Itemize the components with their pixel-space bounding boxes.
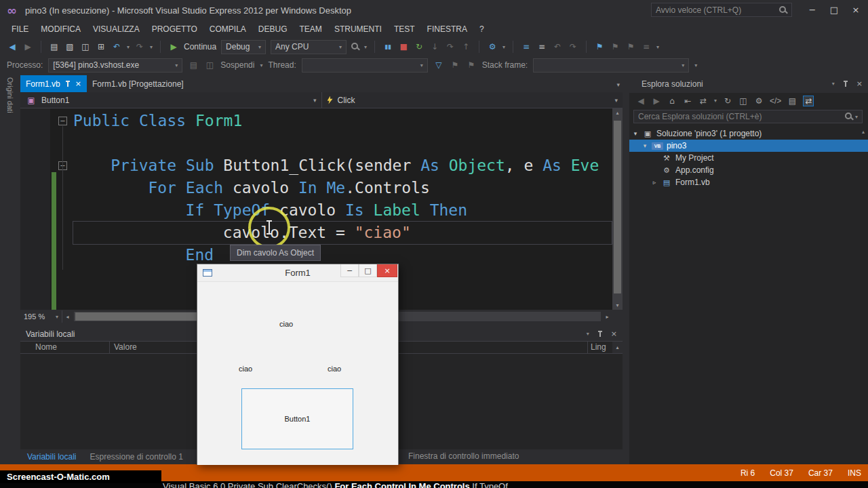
fold-toggle-icon[interactable]: − xyxy=(58,117,67,125)
minimize-button[interactable]: − xyxy=(802,0,823,19)
code-line-4[interactable]: For Each cavolo In Me.Controls xyxy=(73,177,612,199)
flag-current-icon[interactable]: ⚑ xyxy=(466,60,477,70)
step-into-icon[interactable]: ↓ xyxy=(429,42,440,52)
tab-form1-vb[interactable]: Form1.vb × xyxy=(20,75,87,92)
code-line-2[interactable] xyxy=(73,132,612,155)
scroll-up-icon[interactable]: ▴ xyxy=(612,110,623,116)
menu-team[interactable]: TEAM xyxy=(294,20,328,38)
refresh-icon[interactable]: ↻ xyxy=(723,96,732,106)
toolbar-overflow-icon[interactable]: ▾ xyxy=(656,44,659,50)
back-icon[interactable]: ◀ xyxy=(636,96,646,106)
form-minimize-button[interactable]: − xyxy=(340,264,359,277)
tree-item-soluzione-pino3-1-progetto-[interactable]: ▾▣Soluzione 'pino3' (1 progetto) xyxy=(629,127,868,140)
panel-tab-variabili-locali[interactable]: Variabili locali xyxy=(20,452,83,462)
chevron-down-icon[interactable]: ▾ xyxy=(642,142,648,149)
close-icon[interactable]: × xyxy=(856,79,863,88)
redo-icon[interactable]: ↷ xyxy=(134,42,145,52)
suspend-dropdown-icon[interactable]: ▾ xyxy=(260,62,262,68)
form1-title-bar[interactable]: Form1 − □ × xyxy=(197,264,398,282)
editor-vertical-scrollbar[interactable]: ▴ ▾ xyxy=(612,108,623,310)
new-file-icon[interactable]: ▤ xyxy=(49,42,60,52)
menu-visualizza[interactable]: VISUALIZZA xyxy=(87,20,146,38)
close-button[interactable]: × xyxy=(845,0,867,19)
chevron-down-icon[interactable]: ▾ xyxy=(855,114,858,120)
tree-item-my-project[interactable]: ⚒My Project xyxy=(629,152,868,164)
scroll-right-icon[interactable]: ▸ xyxy=(602,314,612,320)
redo-dropdown-icon[interactable]: ▾ xyxy=(150,44,153,50)
window-position-icon[interactable]: ▾ xyxy=(832,81,835,87)
suspend-button[interactable]: Sospendi xyxy=(220,60,254,70)
button1[interactable]: Button1 xyxy=(241,388,353,449)
find-icon[interactable] xyxy=(351,43,359,51)
output-list-icon[interactable]: ≡ xyxy=(536,42,547,52)
next-bookmark-icon[interactable]: ⚑ xyxy=(625,42,636,52)
undo-dropdown-icon[interactable]: ▾ xyxy=(127,44,130,50)
sync-icon[interactable]: ⇄ xyxy=(698,96,708,106)
show-all-files-icon[interactable]: ◫ xyxy=(738,96,748,106)
window-position-icon[interactable]: ▾ xyxy=(587,331,589,337)
pin-icon[interactable] xyxy=(597,331,604,338)
close-tab-icon[interactable]: × xyxy=(75,79,81,88)
filter-funnel-icon[interactable]: ▽ xyxy=(433,60,444,70)
event-selector-combo[interactable]: Click ▾ xyxy=(322,92,623,108)
menu-modifica[interactable]: MODIFICA xyxy=(35,20,87,38)
properties-gear-icon[interactable]: ⚙ xyxy=(754,96,764,106)
platform-combo[interactable]: Any CPU ▾ xyxy=(271,40,347,54)
process-detail2-icon[interactable]: ◫ xyxy=(204,60,215,70)
stack-frame-combo[interactable]: ▾ xyxy=(533,58,689,73)
bookmark-window-icon[interactable]: ≡ xyxy=(641,42,652,52)
form1-app-window[interactable]: Form1 − □ × ciao ciao ciao Button1 xyxy=(197,264,399,465)
menu-file[interactable]: FILE xyxy=(5,20,35,38)
code-line-3[interactable]: Private Sub Button1_Click(sender As Obje… xyxy=(73,155,612,177)
toolbar-overflow-icon[interactable]: ▾ xyxy=(694,62,697,68)
menu-progetto[interactable]: PROGETTO xyxy=(146,20,203,38)
collapse-all-icon[interactable]: ⇤ xyxy=(683,96,692,106)
breakpoints-list-icon[interactable]: ≡ xyxy=(521,42,532,52)
tree-item-pino3[interactable]: ▾VBpino3 xyxy=(629,140,868,152)
preview-icon[interactable]: ▤ xyxy=(787,96,797,106)
add-item-icon[interactable]: ▧ xyxy=(64,42,75,52)
scroll-up-icon[interactable]: ▴ xyxy=(612,342,623,353)
column-header-ling[interactable]: Ling xyxy=(588,342,612,353)
flag-threads-icon[interactable]: ⚑ xyxy=(450,60,460,70)
save-icon[interactable]: ◫ xyxy=(80,42,91,52)
pause-icon[interactable]: ▮▮ xyxy=(382,43,393,50)
undo-history-icon[interactable]: ↶ xyxy=(552,42,563,52)
breakpoint-margin[interactable] xyxy=(20,108,50,310)
continue-button[interactable]: Continua xyxy=(184,42,216,52)
code-line-5[interactable]: If TypeOf cavolo Is Label Then xyxy=(73,199,612,222)
zoom-combo[interactable]: 195 % ▾ xyxy=(20,310,62,323)
object-selector-combo[interactable]: ▣ Button1 ▾ xyxy=(20,92,322,108)
home-icon[interactable]: ⌂ xyxy=(667,96,677,106)
code-line-6[interactable]: cavolo.Text = "ciao" xyxy=(73,222,612,244)
restart-icon[interactable]: ↻ xyxy=(414,42,425,52)
scroll-down-icon[interactable]: ▾ xyxy=(612,302,623,308)
process-detail-icon[interactable]: ▤ xyxy=(188,60,199,70)
forward-icon[interactable]: ▶ xyxy=(652,96,661,106)
form-maximize-button[interactable]: □ xyxy=(359,264,377,277)
panel-tab-espressione-di-controllo-1[interactable]: Espressione di controllo 1 xyxy=(83,452,189,462)
thread-combo[interactable]: ▾ xyxy=(302,58,428,73)
tab-form1-vb-design[interactable]: Form1.vb [Progettazione] xyxy=(87,75,189,92)
chevron-down-icon[interactable]: ▾ xyxy=(632,130,639,137)
sync-dropdown-icon[interactable]: ▾ xyxy=(714,98,717,104)
solution-search-input[interactable]: Cerca Esplora soluzioni (CTRL+è) ▾ xyxy=(633,110,863,123)
panel-tab-finestra-di-controllo-immediato[interactable]: Finestra di controllo immediato xyxy=(401,451,526,461)
menu-finestra[interactable]: FINESTRA xyxy=(421,20,473,38)
pin-icon[interactable] xyxy=(842,81,849,87)
undo-icon[interactable]: ↶ xyxy=(111,42,122,52)
maximize-button[interactable]: □ xyxy=(823,0,845,19)
form-close-button[interactable]: × xyxy=(377,264,397,277)
view-code-icon[interactable]: </> xyxy=(770,96,781,106)
navigate-forward-icon[interactable]: ▶ xyxy=(22,42,33,52)
step-out-icon[interactable]: ↑ xyxy=(460,42,471,52)
chevron-right-icon[interactable]: ▹ xyxy=(651,179,658,186)
menu-debug[interactable]: DEBUG xyxy=(252,20,294,38)
navigate-back-icon[interactable]: ◀ xyxy=(7,42,18,52)
tree-item-app-config[interactable]: ⚙App.config xyxy=(629,164,868,176)
tab-list-dropdown-icon[interactable]: ▾ xyxy=(616,81,620,88)
prev-bookmark-icon[interactable]: ⚑ xyxy=(610,42,620,52)
pin-icon[interactable] xyxy=(64,81,71,87)
scrollbar-thumb[interactable] xyxy=(614,121,621,293)
column-header-nome[interactable]: Nome xyxy=(20,342,110,353)
